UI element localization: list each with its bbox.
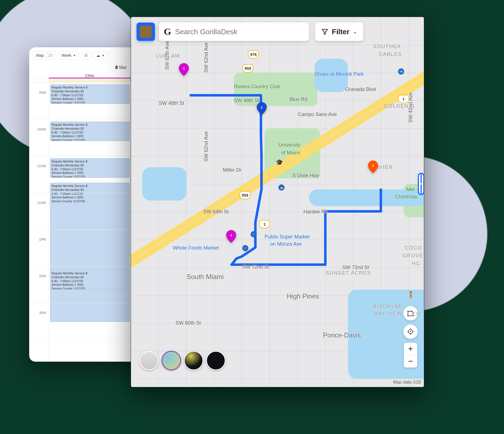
map-area-label: CO xyxy=(412,311,421,317)
calendar-event[interactable]: Regular Monthly Service $Charlotte Herna… xyxy=(50,270,130,290)
map-street-label: Granada Blvd xyxy=(345,87,376,92)
chevron-down-icon: ▼ xyxy=(102,54,105,57)
gorilla-icon xyxy=(140,26,152,38)
map-pin-3[interactable]: 3 xyxy=(366,160,380,174)
zoom-control: + − xyxy=(404,343,417,368)
chevron-down-icon: ▼ xyxy=(73,54,76,57)
search-input[interactable] xyxy=(175,28,304,36)
layer-terrain[interactable] xyxy=(162,351,181,370)
crosshair-icon xyxy=(407,328,414,335)
map-street-label: SW 62nd Ave xyxy=(203,131,209,162)
map-area-label: Ponce-Davis xyxy=(323,331,361,339)
lane-chris[interactable]: Regular Monthly Service $Charlotte Herna… xyxy=(49,83,131,362)
layer-dark[interactable] xyxy=(206,351,226,370)
layer-default[interactable] xyxy=(139,351,159,370)
map-poi-label[interactable]: Christmas xyxy=(395,194,418,200)
toggle-track xyxy=(45,53,53,57)
map-toggle[interactable]: Map xyxy=(33,51,56,60)
zoom-in[interactable]: + xyxy=(404,343,417,355)
calendar-event[interactable]: Regular Monthly Service $Charlotte Herna… xyxy=(50,158,130,178)
map-canvas[interactable]: 🛒 🛒 🛍 🚌 🎓 🧍 + − Map da xyxy=(131,17,424,387)
svg-point-4 xyxy=(407,315,409,317)
map-street-label: SW 67th Ave xyxy=(164,41,170,70)
map-street-label: SW 80th St xyxy=(176,320,201,326)
route-shield: 959 xyxy=(239,191,251,199)
route-icon: ☵ xyxy=(84,53,88,58)
layer-satellite[interactable] xyxy=(184,351,203,370)
shopping-icon[interactable]: 🛒 xyxy=(242,245,248,251)
map-area-label: COCO xyxy=(405,245,422,251)
map-area-label: BISCAYNE xyxy=(373,304,402,309)
chevron-down-icon: ⌄ xyxy=(353,29,357,35)
map-street-label: Hardee Rd xyxy=(303,209,328,215)
hour-label: 10AM xyxy=(37,127,46,131)
staff-name: Chris xyxy=(85,73,94,78)
map-poi-label[interactable]: of Miami xyxy=(281,150,300,156)
staff-col-chris[interactable]: Chris xyxy=(49,72,131,78)
route-shield: 976 xyxy=(248,50,259,59)
person-icon[interactable]: 🧍 xyxy=(403,288,418,302)
hours-gutter: 9AM10AM11AM12AM1PM2PM3PM xyxy=(29,83,49,362)
map-area-label: GROVE xyxy=(402,253,423,259)
map-area-label: GABLES xyxy=(379,51,402,57)
calendar-month: Mar xyxy=(119,65,127,70)
panel-drag-handle[interactable] xyxy=(418,173,424,195)
map-street-label: SW 48th St xyxy=(159,100,184,106)
map-attribution: Map data ©20 xyxy=(393,380,421,385)
view-select[interactable]: Week ▼ xyxy=(58,51,79,60)
brand-logo[interactable] xyxy=(137,23,155,41)
shopping-icon[interactable]: 🛒 xyxy=(251,231,257,237)
filter-label: Filter xyxy=(332,28,350,36)
filter-button[interactable]: Filter ⌄ xyxy=(315,23,363,41)
route-shield: 1 xyxy=(398,95,409,103)
map-area-label: South Miami xyxy=(187,273,224,281)
route-icon-button[interactable]: ☵ xyxy=(81,51,91,60)
map-toggle-label: Map xyxy=(36,53,44,58)
hour-label: 12AM xyxy=(37,201,46,205)
zoom-out[interactable]: − xyxy=(404,355,417,368)
map-area-label: BAY VIEW xyxy=(374,311,402,317)
funnel-icon xyxy=(321,28,328,35)
map-street-label: Blue Rd xyxy=(290,97,307,102)
hour-label: 2PM xyxy=(38,274,46,278)
google-g-icon: G xyxy=(164,26,171,37)
map-pin-1[interactable]: 1 xyxy=(177,63,191,77)
map-street-label: SW 62nd Ave xyxy=(203,42,209,73)
calendar-day: 8 xyxy=(115,65,118,70)
map-poi-label[interactable]: Publix Super Market xyxy=(265,234,310,240)
map-street-label: SW 64th St xyxy=(203,209,229,215)
map-pin-2[interactable]: 2 xyxy=(255,102,269,115)
map-street-label: Miller Dr xyxy=(223,167,241,173)
calendar-event[interactable]: Regular Monthly Service $Charlotte Herna… xyxy=(50,84,130,104)
transit-icon[interactable]: 🚌 xyxy=(278,184,285,191)
route-shield: 1 xyxy=(259,220,270,228)
university-icon: 🎓 xyxy=(276,159,283,166)
map-poi-label[interactable]: Whole Foods Market xyxy=(173,245,219,251)
hour-label: 9AM xyxy=(38,91,46,95)
map-poi-label[interactable]: Mer xyxy=(406,187,415,193)
map-area-label: SUNSET ACRES xyxy=(326,270,371,276)
hour-label: 11AM xyxy=(37,164,46,168)
search-box[interactable]: G xyxy=(159,23,309,41)
map-poi-label[interactable]: on Monza Ave xyxy=(270,241,302,247)
svg-point-0 xyxy=(407,311,409,312)
water-area xyxy=(142,167,187,201)
map-poi-label[interactable]: Riviera Country Club xyxy=(234,84,280,90)
map-area-label: HC xyxy=(412,261,420,267)
map-area-label: SOUTHEA xyxy=(373,44,401,50)
view-select-label: Week xyxy=(61,53,71,58)
map-poi-label[interactable]: University xyxy=(278,142,300,148)
hour-label: 3PM xyxy=(38,311,46,315)
calendar-event[interactable]: Regular Monthly Service $Charlotte Herna… xyxy=(50,122,130,141)
route-shield: 959 xyxy=(242,64,253,73)
map-street-label: SW 72nd St xyxy=(242,264,269,270)
cloud-icon-button[interactable]: ☁ ▼ xyxy=(93,51,108,60)
shopping-icon[interactable]: 🛍 xyxy=(398,68,404,75)
map-street-label: S Dixie Hwy xyxy=(292,173,319,179)
map-poi-label[interactable]: Shops at Merrick Park xyxy=(315,71,364,77)
locate-me[interactable] xyxy=(403,324,418,339)
calendar-event[interactable]: Regular Monthly Service $Charlotte Herna… xyxy=(50,183,130,322)
map-pin-4[interactable]: 4 xyxy=(224,230,238,243)
cloud-icon: ☁ xyxy=(96,53,100,58)
hour-label: 1PM xyxy=(38,238,46,241)
